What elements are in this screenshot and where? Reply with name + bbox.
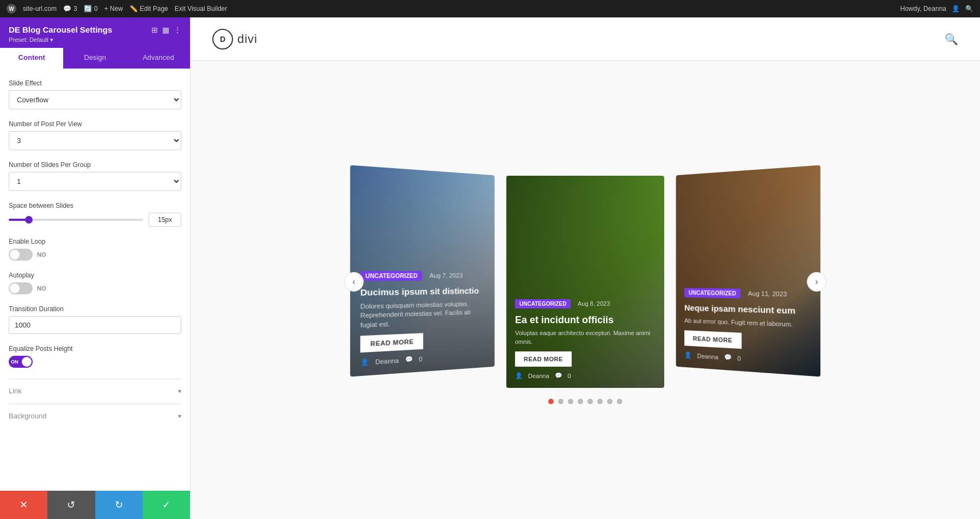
card-0-read-more-button[interactable]: READ MORE [360,333,423,353]
carousel-card-0[interactable]: UNCATEGORIZED Aug 7, 2023 Ducimus ipsum … [350,165,494,376]
divi-logo-circle: D [212,29,233,50]
sidebar: DE Blog Carousel Settings ⊞ ▦ ⋮ Preset: … [0,17,191,519]
posts-per-view-group: Number of Post Per View 1 2 3 4 [9,120,181,150]
carousel-dot-1[interactable] [558,399,564,404]
carousel-dot-3[interactable] [578,399,583,404]
wp-avatar[interactable]: 👤 [952,5,960,13]
loop-toggle[interactable] [9,249,33,261]
transition-label: Transition Duration [9,305,181,313]
wp-site-name[interactable]: site-url.com [23,5,57,13]
wp-updates-counter[interactable]: 🔄 0 [84,5,98,13]
autoplay-toggle-label: NO [37,285,46,292]
card-2-badge: UNCATEGORIZED [684,288,741,298]
enable-loop-group: Enable Loop NO [9,238,181,261]
carousel-next-button[interactable]: › [807,272,826,292]
redo-button[interactable]: ↻ [95,491,143,519]
sidebar-title-row: DE Blog Carousel Settings ⊞ ▦ ⋮ [9,25,181,34]
tab-content[interactable]: Content [0,48,63,69]
preset-row[interactable]: Preset: Default ▾ [9,36,181,44]
link-section-header[interactable]: Link ▾ [9,387,181,395]
save-button[interactable]: ✓ [143,491,190,519]
wp-logo-icon[interactable]: W [7,4,16,14]
slider-row: 15px [9,213,181,227]
card-2-read-more-button[interactable]: READ MORE [684,330,742,349]
card-0-meta: 👤 Deanna 💬 0 [360,351,486,366]
sidebar-content: Slide Effect Coverflow Slide Fade Number… [0,69,190,491]
card-1-desc: Voluptas eaque architecto excepturi. Max… [515,329,656,346]
slide-effect-group: Slide Effect Coverflow Slide Fade [9,79,181,109]
slider-value-input[interactable]: 15px [149,213,181,227]
slide-effect-label: Slide Effect [9,79,181,87]
carousel-dot-7[interactable] [617,399,622,404]
content-area: D divi 🔍 ‹ [191,17,980,519]
layout-icon[interactable]: ▦ [162,26,169,34]
equalize-label: Equalize Posts Height [9,345,181,353]
autoplay-group: Autoplay NO [9,271,181,294]
card-0-title: Ducimus ipsum sit distinctio [360,286,486,298]
divi-search-icon[interactable]: 🔍 [945,33,958,46]
settings-icon[interactable]: ⊞ [151,26,158,34]
carousel-wrapper: ‹ UNCATEGORIZED Aug 7, 2023 Ducimu [201,176,969,388]
card-1-author: Deanna [528,373,549,379]
wp-exit-builder-button[interactable]: Exit Visual Builder [175,5,228,13]
slides-per-group-label: Number of Slides Per Group [9,161,181,169]
undo-button[interactable]: ↺ [47,491,95,519]
card-1-meta: 👤 Deanna 💬 0 [515,372,656,379]
tab-advanced[interactable]: Advanced [127,48,190,69]
carousel-dot-0[interactable] [548,399,554,404]
wp-comments-counter[interactable]: 💬 3 [63,5,77,13]
card-1-badge: UNCATEGORIZED [515,299,571,308]
card-0-author-icon: 👤 [360,358,369,366]
posts-per-view-select[interactable]: 1 2 3 4 [9,131,181,150]
sidebar-actions: ✕ ↺ ↻ ✓ [0,491,190,519]
card-0-author: Deanna [375,357,399,366]
main-layout: DE Blog Carousel Settings ⊞ ▦ ⋮ Preset: … [0,17,980,519]
slides-per-group-select[interactable]: 1 2 3 [9,172,181,191]
wp-new-button[interactable]: + New [104,5,122,13]
posts-per-view-label: Number of Post Per View [9,120,181,128]
carousel-card-1[interactable]: UNCATEGORIZED Aug 8, 2023 Ea et incidunt… [506,176,664,388]
card-0-comments: 0 [419,355,422,362]
card-1-read-more-button[interactable]: READ MORE [515,351,572,367]
wp-user-greeting: Howdy, Deanna [901,5,947,13]
transition-duration-group: Transition Duration 1000 [9,305,181,334]
slider-track[interactable] [9,219,143,221]
carousel-dot-4[interactable] [587,399,593,404]
card-2-badge-row: UNCATEGORIZED Aug 11, 2023 [684,287,810,302]
space-label: Space between Slides [9,202,181,209]
link-section-title: Link [9,387,22,395]
transition-input[interactable]: 1000 [9,316,181,334]
link-chevron-icon: ▾ [178,387,181,395]
equalize-toggle-knob [22,357,32,367]
equalize-toggle[interactable]: ON [9,356,33,368]
card-2-comment-icon: 💬 [724,354,731,361]
slider-thumb[interactable] [25,216,33,224]
background-section-header[interactable]: Background ▾ [9,412,181,420]
slide-effect-select[interactable]: Coverflow Slide Fade [9,90,181,109]
card-1-content: UNCATEGORIZED Aug 8, 2023 Ea et incidunt… [506,289,664,388]
card-1-author-icon: 👤 [515,372,523,379]
autoplay-toggle[interactable] [9,282,33,294]
divi-header: D divi 🔍 [191,17,980,61]
sidebar-tabs: Content Design Advanced [0,48,190,69]
more-icon[interactable]: ⋮ [174,26,181,34]
card-2-comments: 0 [737,355,740,362]
tab-design[interactable]: Design [63,48,126,69]
equalize-height-group: Equalize Posts Height ON [9,345,181,368]
carousel-dot-6[interactable] [607,399,612,404]
divi-logo: D divi [212,29,258,50]
sidebar-header-icons: ⊞ ▦ ⋮ [151,26,181,34]
card-1-badge-row: UNCATEGORIZED Aug 8, 2023 [515,298,656,311]
loop-toggle-label: NO [37,251,46,258]
carousel-dot-5[interactable] [597,399,603,404]
autoplay-label: Autoplay [9,271,181,279]
cancel-button[interactable]: ✕ [0,491,47,519]
toggle-loop-row: NO [9,249,181,261]
carousel-prev-button[interactable]: ‹ [344,272,364,292]
toggle-autoplay-row: NO [9,282,181,294]
carousel-card-2[interactable]: UNCATEGORIZED Aug 11, 2023 Neque ipsam n… [676,165,820,376]
wp-edit-page-button[interactable]: ✏️ Edit Page [130,5,168,13]
enable-loop-label: Enable Loop [9,238,181,245]
carousel-dot-2[interactable] [568,399,573,404]
wp-search-icon[interactable]: 🔍 [965,5,973,13]
